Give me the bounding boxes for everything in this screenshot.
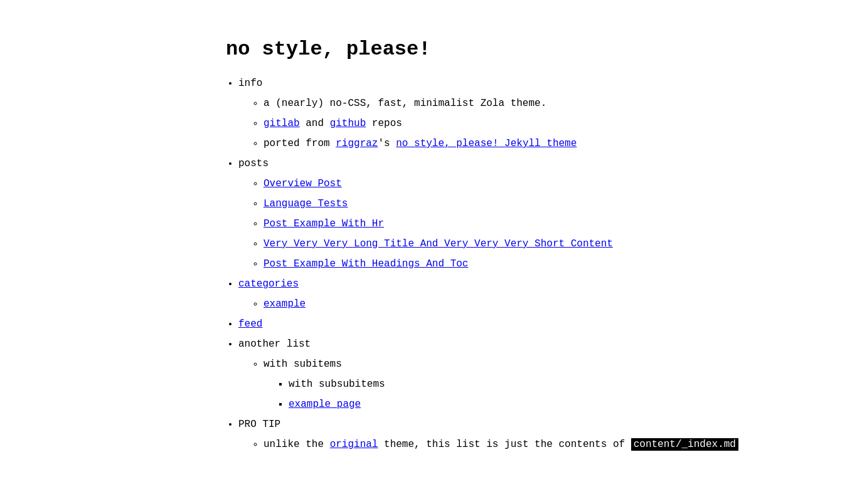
page-title: no style, please!	[226, 38, 857, 61]
list-item-example-page: example page	[289, 394, 857, 414]
with-subitems-text: with subitems	[263, 359, 342, 370]
posts-sublist: Overview Post Language Tests Post Exampl…	[263, 174, 857, 274]
list-item-pro-tip: PRO TIP unlike the original theme, this …	[238, 414, 857, 454]
language-tests-link[interactable]: Language Tests	[263, 198, 348, 209]
original-link[interactable]: original	[330, 439, 378, 450]
list-item-example-cat: example	[263, 294, 857, 314]
list-item-info: info a (nearly) no-CSS, fast, minimalist…	[238, 73, 857, 154]
ported-from-text: ported from	[263, 138, 336, 149]
ported-from-item: ported from riggraz's no style, please! …	[263, 134, 857, 154]
list-item-overview-post: Overview Post	[263, 174, 857, 194]
post-hr-link[interactable]: Post Example With Hr	[263, 218, 384, 229]
subitems-sublist: with subsubitems example page	[289, 374, 857, 414]
theme-contents-text: theme, this list is just the contents of	[378, 439, 631, 450]
apostrophe-s-text: 's	[378, 138, 396, 149]
list-item-another-list: another list with subitems with subsubit…	[238, 334, 857, 414]
list-item-long-title: Very Very Very Long Title And Very Very …	[263, 234, 857, 254]
pro-tip-desc-item: unlike the original theme, this list is …	[263, 434, 857, 454]
pro-tip-label: PRO TIP	[238, 419, 280, 430]
github-link[interactable]: github	[330, 118, 366, 129]
gitlab-github-item: gitlab and github repos	[263, 113, 857, 134]
example-page-link[interactable]: example page	[289, 399, 361, 410]
pro-tip-sublist: unlike the original theme, this list is …	[263, 434, 857, 454]
riggraz-link[interactable]: riggraz	[336, 138, 378, 149]
another-list-label: another list	[238, 339, 311, 350]
and-text: and	[300, 118, 330, 129]
info-sublist: a (nearly) no-CSS, fast, minimalist Zola…	[263, 93, 857, 154]
another-list-sublist: with subitems with subsubitems example p…	[263, 354, 857, 414]
categories-link[interactable]: categories	[238, 278, 299, 290]
headings-toc-link[interactable]: Post Example With Headings And Toc	[263, 258, 468, 270]
content-index-code: content/_index.md	[631, 438, 738, 451]
list-item-feed: feed	[238, 314, 857, 334]
info-label: info	[238, 78, 262, 89]
unlike-the-text: unlike the	[263, 439, 330, 450]
info-desc: a (nearly) no-CSS, fast, minimalist Zola…	[263, 93, 857, 113]
feed-link[interactable]: feed	[238, 318, 262, 330]
jekyll-theme-link[interactable]: no style, please! Jekyll theme	[396, 138, 577, 149]
list-item-headings-toc: Post Example With Headings And Toc	[263, 254, 857, 274]
overview-post-link[interactable]: Overview Post	[263, 178, 342, 189]
gitlab-link[interactable]: gitlab	[263, 118, 300, 129]
repos-text: repos	[366, 118, 402, 129]
list-item-with-subsubitems: with subsubitems	[289, 374, 857, 394]
list-item-post-hr: Post Example With Hr	[263, 214, 857, 234]
with-subsubitems-text: with subsubitems	[289, 379, 385, 390]
info-desc-text: a (nearly) no-CSS, fast, minimalist Zola…	[263, 98, 546, 109]
list-item-with-subitems: with subitems with subsubitems example p…	[263, 354, 857, 414]
list-item-posts: posts Overview Post Language Tests Post …	[238, 154, 857, 274]
list-item-categories: categories example	[238, 274, 857, 314]
main-list: info a (nearly) no-CSS, fast, minimalist…	[238, 73, 857, 454]
categories-sublist: example	[263, 294, 857, 314]
example-cat-link[interactable]: example	[263, 298, 306, 310]
posts-label: posts	[238, 158, 269, 169]
long-title-link[interactable]: Very Very Very Long Title And Very Very …	[263, 238, 613, 249]
list-item-language-tests: Language Tests	[263, 194, 857, 214]
